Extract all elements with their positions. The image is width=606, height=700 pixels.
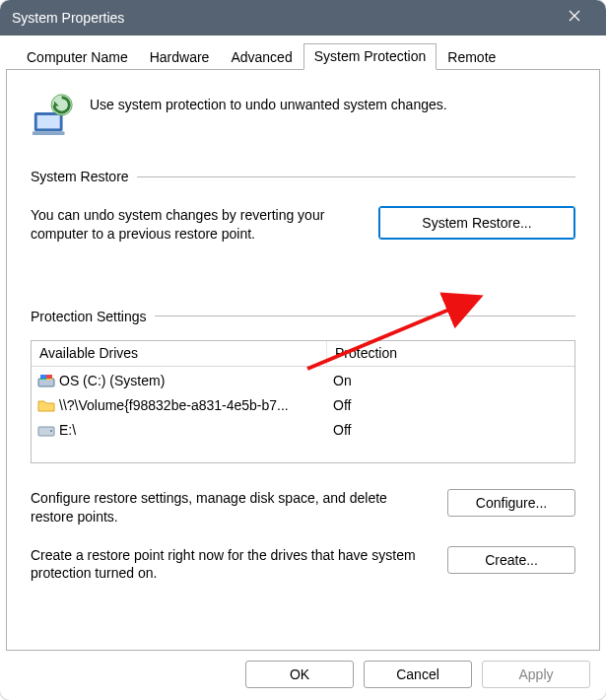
drive-protection: Off <box>333 397 351 413</box>
table-row[interactable]: E:\Off <box>32 418 574 443</box>
column-header-drives[interactable]: Available Drives <box>32 341 327 366</box>
intro-text: Use system protection to undo unwanted s… <box>90 92 447 114</box>
titlebar: System Properties <box>0 0 606 35</box>
configure-description: Configure restore settings, manage disk … <box>31 489 428 526</box>
tab-remote[interactable]: Remote <box>437 44 506 70</box>
group-system-restore-label: System Restore <box>31 169 575 184</box>
drive-protection: On <box>333 373 352 388</box>
svg-point-11 <box>50 430 52 432</box>
column-header-protection[interactable]: Protection <box>327 341 574 366</box>
group-protection-settings-label: Protection Settings <box>31 309 575 324</box>
tab-strip: Computer NameHardwareAdvancedSystem Prot… <box>16 41 600 69</box>
tab-computer-name[interactable]: Computer Name <box>16 44 139 70</box>
system-restore-button[interactable]: System Restore... <box>378 206 575 240</box>
drive-name: OS (C:) (System) <box>59 373 165 388</box>
system-protection-icon <box>31 92 76 137</box>
configure-button[interactable]: Configure... <box>447 489 575 517</box>
system-restore-description: You can undo system changes by reverting… <box>31 206 359 244</box>
system-properties-window: System Properties Computer NameHardwareA… <box>0 0 606 700</box>
table-row[interactable]: OS (C:) (System)On <box>32 369 574 393</box>
content-frame: Computer NameHardwareAdvancedSystem Prot… <box>0 35 606 700</box>
svg-rect-9 <box>46 379 52 380</box>
drives-table: Available Drives Protection OS (C:) (Sys… <box>31 340 575 463</box>
drive-name: \\?\Volume{f98832be-a831-4e5b-b7... <box>59 397 289 413</box>
drive-protection: Off <box>333 422 351 438</box>
window-title: System Properties <box>12 10 124 26</box>
ok-button[interactable]: OK <box>245 661 354 688</box>
cancel-button[interactable]: Cancel <box>364 661 472 688</box>
table-row[interactable]: \\?\Volume{f98832be-a831-4e5b-b7...Off <box>32 393 574 418</box>
close-icon[interactable] <box>555 9 594 27</box>
svg-rect-2 <box>33 131 65 135</box>
tab-panel-system-protection: Use system protection to undo unwanted s… <box>6 69 600 651</box>
svg-rect-6 <box>40 375 46 379</box>
apply-button[interactable]: Apply <box>482 661 590 688</box>
svg-rect-1 <box>37 115 60 128</box>
drive-name: E:\ <box>59 422 76 438</box>
svg-rect-7 <box>46 375 52 379</box>
dialog-buttons: OK Cancel Apply <box>6 651 600 692</box>
tab-system-protection[interactable]: System Protection <box>303 43 438 70</box>
tab-hardware[interactable]: Hardware <box>139 44 221 70</box>
create-description: Create a restore point right now for the… <box>31 546 428 584</box>
tab-advanced[interactable]: Advanced <box>220 44 303 70</box>
create-button[interactable]: Create... <box>447 546 575 574</box>
svg-rect-5 <box>38 379 54 386</box>
svg-rect-8 <box>40 379 46 380</box>
